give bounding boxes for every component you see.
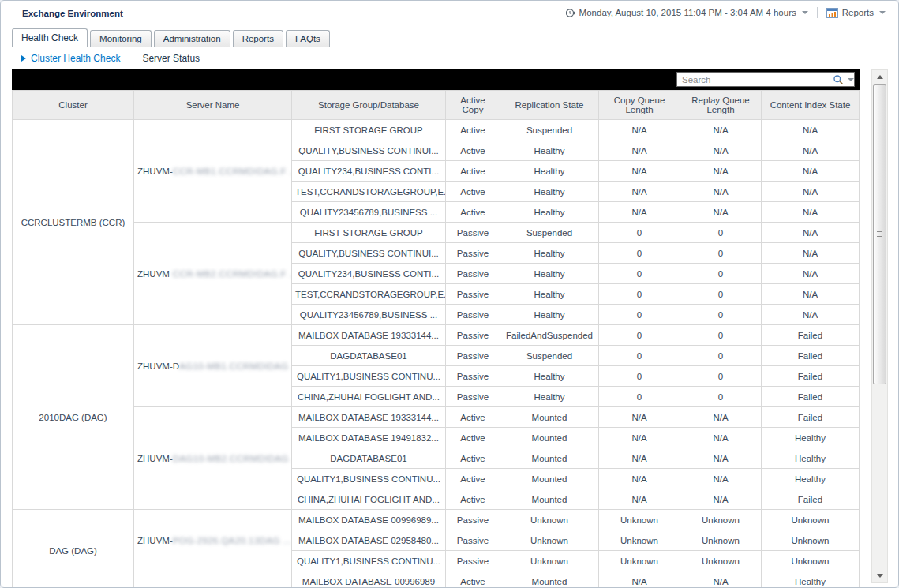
replication-state-cell: Mounted <box>500 469 599 489</box>
tab-reports[interactable]: Reports <box>233 30 283 47</box>
database-cell: QUALITY1,BUSINESS CONTINU... <box>292 551 446 571</box>
active-copy-cell: Passive <box>446 551 500 571</box>
column-header[interactable]: Storage Group/Database <box>292 91 446 120</box>
column-header[interactable]: Cluster <box>13 91 134 120</box>
copy-queue-cell: 0 <box>599 346 680 366</box>
database-cell: MAILBOX DATABASE 19333144... <box>292 325 446 346</box>
active-copy-cell: Active <box>446 161 500 182</box>
active-copy-cell: Active <box>446 448 500 469</box>
search-options-chevron-down-icon[interactable] <box>848 78 854 81</box>
copy-queue-cell: N/A <box>599 182 680 202</box>
content-index-cell: N/A <box>762 182 860 202</box>
copy-queue-cell: N/A <box>599 140 680 161</box>
scrollbar-thumb[interactable] <box>873 84 886 384</box>
replication-state-cell: Healthy <box>500 140 599 161</box>
active-copy-cell: Active <box>446 428 500 448</box>
replication-state-cell: Healthy <box>500 161 599 182</box>
replication-state-cell: Suspended <box>500 120 599 140</box>
copy-queue-cell: N/A <box>599 489 680 510</box>
tab-administration[interactable]: Administration <box>154 30 230 47</box>
replay-queue-cell: Unknown <box>680 530 762 551</box>
arrow-down-icon <box>877 574 883 578</box>
replication-state-cell: Mounted <box>500 407 599 428</box>
content-index-cell: Healthy <box>762 571 860 588</box>
replay-queue-cell: Unknown <box>680 510 762 530</box>
replay-queue-cell: N/A <box>680 489 762 510</box>
search-input[interactable] <box>677 75 831 84</box>
replication-state-cell: Unknown <box>500 530 599 551</box>
replication-state-cell: FailedAndSuspended <box>500 325 599 346</box>
replication-state-cell: Mounted <box>500 428 599 448</box>
replay-queue-cell: N/A <box>680 407 762 428</box>
replication-state-cell: Healthy <box>500 182 599 202</box>
content-index-cell: Failed <box>762 325 860 346</box>
breadcrumb-link-cluster-health-check[interactable]: Cluster Health Check <box>31 53 120 64</box>
table-header-row: ClusterServer NameStorage Group/Database… <box>13 91 860 120</box>
active-copy-cell: Active <box>446 489 500 510</box>
replay-queue-cell: 0 <box>680 264 762 284</box>
copy-queue-cell: Unknown <box>599 510 680 530</box>
replay-queue-cell: N/A <box>680 469 762 489</box>
time-range-label: Monday, August 10, 2015 11:04 PM - 3:04 … <box>579 8 796 17</box>
vertical-scrollbar[interactable] <box>871 69 888 583</box>
time-range-control[interactable]: Monday, August 10, 2015 11:04 PM - 3:04 … <box>565 8 808 18</box>
tab-monitoring[interactable]: Monitoring <box>90 30 152 47</box>
database-cell: MAILBOX DATABASE 02958480... <box>292 530 446 551</box>
cluster-cell: CCRCLUSTERMB (CCR) <box>13 120 134 325</box>
column-header[interactable]: Copy Queue Length <box>599 91 680 120</box>
content-index-cell: Failed <box>762 346 860 366</box>
reports-menu[interactable]: Reports <box>826 8 886 18</box>
server-name-blurred: DAG10-MB2.CCRMDIDAG ... <box>173 454 292 463</box>
database-cell: QUALITY1,BUSINESS CONTINU... <box>292 366 446 387</box>
scroll-down-button[interactable] <box>872 569 887 582</box>
breadcrumb-item-server-status[interactable]: Server Status <box>142 53 200 64</box>
replication-state-cell: Suspended <box>500 346 599 366</box>
active-copy-cell: Active <box>446 182 500 202</box>
column-header[interactable]: Replication State <box>500 91 599 120</box>
tab-faqts[interactable]: FAQts <box>286 30 330 47</box>
server-name-blurred: CCR-MB2.CCRMDIDAG.F ... <box>173 269 292 279</box>
active-copy-cell: Active <box>446 120 500 140</box>
column-header[interactable]: Active Copy <box>446 91 500 120</box>
database-cell: QUALITY234,BUSINESS CONTI... <box>292 264 446 284</box>
content-index-cell: N/A <box>762 284 860 305</box>
content-index-cell: Unknown <box>762 551 860 571</box>
server-name-visible: ZHUVM- <box>137 536 173 545</box>
reports-chevron-down-icon[interactable] <box>879 11 886 14</box>
replication-state-cell: Unknown <box>500 510 599 530</box>
reports-label: Reports <box>842 8 874 17</box>
search-icon[interactable] <box>833 74 844 85</box>
copy-queue-cell: 0 <box>599 243 680 264</box>
replay-queue-cell: N/A <box>680 182 762 202</box>
copy-queue-cell: 0 <box>599 223 680 243</box>
database-cell: QUALITY,BUSINESS CONTINUI... <box>292 140 446 161</box>
active-copy-cell: Passive <box>446 346 500 366</box>
database-cell: MAILBOX DATABASE 00996989... <box>292 510 446 530</box>
replay-queue-cell: N/A <box>680 202 762 223</box>
content-index-cell: Unknown <box>762 510 860 530</box>
replication-state-cell: Suspended <box>500 223 599 243</box>
database-cell: QUALITY,BUSINESS CONTINUI... <box>292 243 446 264</box>
time-range-chevron-down-icon[interactable] <box>802 11 808 14</box>
active-copy-cell: Passive <box>446 325 500 346</box>
active-copy-cell: Passive <box>446 530 500 551</box>
tab-health-check[interactable]: Health Check <box>12 28 88 47</box>
arrow-up-icon <box>877 75 883 79</box>
server-name-cell: ZHUVM-DAG10-MB2.CCRMDIDAG ... <box>134 407 292 510</box>
server-name-visible: ZHUVM-D <box>137 361 179 371</box>
server-name-cell: ZHUVM-POG-2926.QA20.13DAG ... <box>134 510 292 571</box>
column-header[interactable]: Replay Queue Length <box>680 91 762 120</box>
replication-state-cell: Healthy <box>500 387 599 407</box>
breadcrumb: Cluster Health Check Server Status <box>21 51 200 66</box>
active-copy-cell: Active <box>446 469 500 489</box>
content-index-cell: N/A <box>762 140 860 161</box>
column-header[interactable]: Content Index State <box>762 91 860 120</box>
server-name-visible: ZHUVM- <box>137 454 173 463</box>
database-cell: MAILBOX DATABASE 19333144... <box>292 407 446 428</box>
copy-queue-cell: 0 <box>599 284 680 305</box>
column-header[interactable]: Server Name <box>134 91 292 120</box>
table-row: MAILBOX DATABASE 00996989ActiveMountedN/… <box>13 571 860 588</box>
scroll-up-button[interactable] <box>872 70 887 84</box>
copy-queue-cell: N/A <box>599 120 680 140</box>
database-cell: TEST,CCRANDSTORAGEGROUP,E... <box>292 284 446 305</box>
